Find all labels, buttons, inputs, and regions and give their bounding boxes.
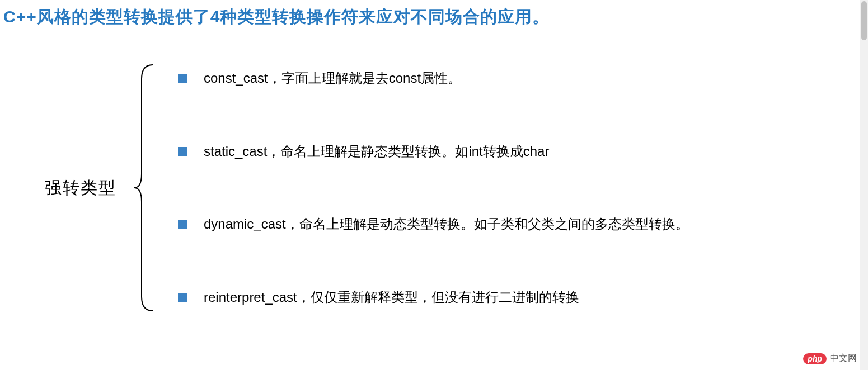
item-text: dynamic_cast，命名上理解是动态类型转换。如子类和父类之间的多态类型转… (204, 214, 689, 235)
watermark-text: 中文网 (830, 353, 857, 364)
scrollbar-track[interactable] (860, 0, 868, 370)
watermark: php 中文网 (803, 353, 857, 364)
list-item: static_cast，命名上理解是静态类型转换。如int转换成char (178, 141, 689, 162)
watermark-logo: php (803, 353, 827, 364)
list-item: reinterpret_cast，仅仅重新解释类型，但没有进行二进制的转换 (178, 287, 689, 308)
content-area: 强转类型 const_cast，字面上理解就是去const属性。 static_… (0, 62, 868, 314)
bullet-icon (178, 74, 187, 83)
bullet-icon (178, 293, 187, 302)
list-item: const_cast，字面上理解就是去const属性。 (178, 68, 689, 89)
bullet-icon (178, 220, 187, 229)
list-item: dynamic_cast，命名上理解是动态类型转换。如子类和父类之间的多态类型转… (178, 214, 689, 235)
category-label: 强转类型 (45, 177, 116, 200)
item-text: reinterpret_cast，仅仅重新解释类型，但没有进行二进制的转换 (204, 287, 579, 308)
brace-icon (133, 62, 156, 314)
scrollbar-thumb[interactable] (861, 1, 867, 40)
item-text: const_cast，字面上理解就是去const属性。 (204, 68, 461, 89)
item-list: const_cast，字面上理解就是去const属性。 static_cast，… (156, 68, 689, 308)
page-title: C++风格的类型转换提供了4种类型转换操作符来应对不同场合的应用。 (0, 0, 868, 29)
item-text: static_cast，命名上理解是静态类型转换。如int转换成char (204, 141, 549, 162)
bullet-icon (178, 147, 187, 156)
